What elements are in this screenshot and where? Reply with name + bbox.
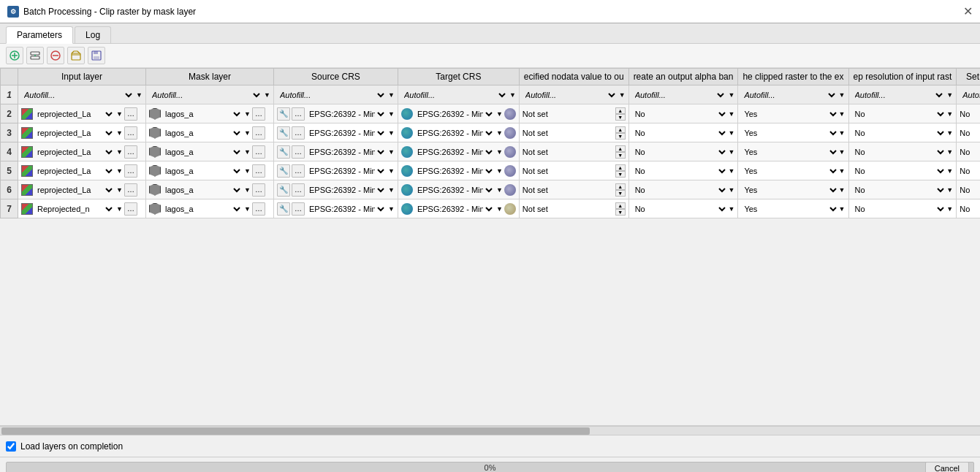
autofill-source-crs[interactable]: Autofill... ▼ <box>274 85 398 104</box>
target-crs-select-2[interactable]: EPSG:26392 - Min <box>414 109 495 119</box>
nodata-spin-down-2[interactable]: ▼ <box>615 114 626 121</box>
target-crs-cell-2[interactable]: EPSG:26392 - Min ▼ <box>398 104 519 123</box>
source-crs-browse-5[interactable]: … <box>292 164 305 178</box>
autofill-nodata[interactable]: Autofill... ▼ <box>519 85 628 104</box>
nodata-cell-5[interactable]: Not set ▲ ▼ <box>519 161 628 180</box>
tab-parameters[interactable]: Parameters <box>6 26 73 44</box>
output-cell-5[interactable]: No <box>957 161 980 180</box>
autofill-alpha-select[interactable]: Autofill... <box>632 90 727 100</box>
target-crs-select-4[interactable]: EPSG:26392 - Min <box>414 147 495 157</box>
autofill-input[interactable]: Autofill... ▼ <box>18 85 146 104</box>
source-crs-browse-6[interactable]: … <box>292 183 305 197</box>
alpha-select-6[interactable]: NoYes <box>632 185 729 195</box>
extent-select-7[interactable]: YesNo <box>741 204 838 214</box>
autofill-alpha[interactable]: Autofill... ▼ <box>628 85 738 104</box>
input-cell-6[interactable]: reprojected_La ▼ … <box>18 180 146 199</box>
resolution-select-7[interactable]: NoYes <box>852 204 947 214</box>
mask-browse-4[interactable]: … <box>252 145 265 159</box>
save-button[interactable] <box>88 47 105 64</box>
source-crs-browse-2[interactable]: … <box>292 107 305 121</box>
autofill-nodata-select[interactable]: Autofill... <box>523 90 618 100</box>
extent-select-6[interactable]: YesNo <box>741 185 838 195</box>
cancel-button[interactable]: Cancel <box>925 462 969 472</box>
source-crs-wrench-2[interactable]: 🔧 <box>277 107 290 121</box>
input-browse-2[interactable]: … <box>124 107 137 121</box>
autofill-resolution-select[interactable]: Autofill... <box>852 90 946 100</box>
open-button[interactable] <box>67 47 85 64</box>
source-crs-select-6[interactable]: EPSG:26392 - Min <box>306 185 387 195</box>
source-crs-wrench-6[interactable]: 🔧 <box>277 183 290 197</box>
nodata-spin-down-7[interactable]: ▼ <box>615 209 626 216</box>
source-crs-cell-2[interactable]: 🔧 … EPSG:26392 - Min ▼ <box>274 104 398 123</box>
extent-cell-5[interactable]: YesNo ▼ <box>738 161 848 180</box>
resolution-select-5[interactable]: NoYes <box>852 166 947 176</box>
mask-select-3[interactable]: lagos_a <box>162 128 243 138</box>
input-cell-3[interactable]: reprojected_La ▼ … <box>18 123 146 142</box>
remove-row-button[interactable] <box>47 47 64 64</box>
source-crs-wrench-7[interactable]: 🔧 <box>277 202 290 216</box>
input-select-5[interactable]: reprojected_La <box>34 166 115 176</box>
alpha-cell-6[interactable]: NoYes ▼ <box>628 180 738 199</box>
alpha-cell-2[interactable]: NoYes ▼ <box>628 104 738 123</box>
input-cell-7[interactable]: Reprojected_n ▼ … <box>18 199 146 218</box>
nodata-cell-4[interactable]: Not set ▲ ▼ <box>519 142 628 161</box>
output-cell-3[interactable]: No <box>957 123 980 142</box>
alpha-select-2[interactable]: NoYes <box>632 109 729 119</box>
source-crs-wrench-3[interactable]: 🔧 <box>277 126 290 140</box>
mask-browse-7[interactable]: … <box>252 202 265 216</box>
autofill-resolution[interactable]: Autofill... ▼ <box>848 85 957 104</box>
resolution-cell-4[interactable]: NoYes ▼ <box>848 142 957 161</box>
input-select-6[interactable]: reprojected_La <box>34 185 115 195</box>
input-browse-5[interactable]: … <box>124 164 137 178</box>
alpha-cell-3[interactable]: NoYes ▼ <box>628 123 738 142</box>
input-browse-4[interactable]: … <box>124 145 137 159</box>
target-crs-select-6[interactable]: EPSG:26392 - Min <box>414 185 495 195</box>
target-crs-cell-7[interactable]: EPSG:26392 - Min ▼ <box>398 199 519 218</box>
mask-cell-6[interactable]: lagos_a ▼ … <box>146 180 274 199</box>
mask-select-5[interactable]: lagos_a <box>162 166 243 176</box>
close-icon[interactable]: ✕ <box>963 4 973 18</box>
autofill-mask[interactable]: Autofill... ▼ <box>146 85 274 104</box>
nodata-spin-down-5[interactable]: ▼ <box>615 171 626 178</box>
autofill-target-crs-select[interactable]: Autofill... <box>401 90 508 100</box>
extent-select-2[interactable]: YesNo <box>741 109 838 119</box>
output-cell-6[interactable]: No <box>957 180 980 199</box>
input-select-4[interactable]: reprojected_La <box>34 147 115 157</box>
extent-cell-3[interactable]: YesNo ▼ <box>738 123 848 142</box>
input-select-3[interactable]: reprojected_La <box>34 128 115 138</box>
nodata-cell-2[interactable]: Not set ▲ ▼ <box>519 104 628 123</box>
add-row-button[interactable] <box>6 47 23 64</box>
mask-cell-3[interactable]: lagos_a ▼ … <box>146 123 274 142</box>
autofill-extent-select[interactable]: Autofill... <box>741 90 837 100</box>
mask-browse-6[interactable]: … <box>252 183 265 197</box>
alpha-cell-4[interactable]: NoYes ▼ <box>628 142 738 161</box>
extent-cell-2[interactable]: YesNo ▼ <box>738 104 848 123</box>
resolution-cell-5[interactable]: NoYes ▼ <box>848 161 957 180</box>
mask-select-6[interactable]: lagos_a <box>162 185 243 195</box>
mask-select-7[interactable]: lagos_a <box>162 204 243 214</box>
source-crs-browse-7[interactable]: … <box>292 202 305 216</box>
source-crs-select-2[interactable]: EPSG:26392 - Min <box>306 109 387 119</box>
input-select-2[interactable]: reprojected_La <box>34 109 115 119</box>
output-cell-4[interactable]: No <box>957 142 980 161</box>
resolution-select-4[interactable]: NoYes <box>852 147 947 157</box>
source-crs-cell-7[interactable]: 🔧 … EPSG:26392 - Min ▼ <box>274 199 398 218</box>
input-cell-4[interactable]: reprojected_La ▼ … <box>18 142 146 161</box>
nodata-spin-down-6[interactable]: ▼ <box>615 190 626 197</box>
nodata-spin-up-2[interactable]: ▲ <box>615 107 626 114</box>
autofill-output-select[interactable]: Autofill... <box>960 90 980 100</box>
resolution-cell-2[interactable]: NoYes ▼ <box>848 104 957 123</box>
source-crs-wrench-5[interactable]: 🔧 <box>277 164 290 178</box>
nodata-cell-3[interactable]: Not set ▲ ▼ <box>519 123 628 142</box>
nodata-spin-up-5[interactable]: ▲ <box>615 164 626 171</box>
autofill-source-crs-select[interactable]: Autofill... <box>277 90 387 100</box>
mask-cell-4[interactable]: lagos_a ▼ … <box>146 142 274 161</box>
source-crs-select-5[interactable]: EPSG:26392 - Min <box>306 166 387 176</box>
source-crs-browse-3[interactable]: … <box>292 126 305 140</box>
resolution-cell-6[interactable]: NoYes ▼ <box>848 180 957 199</box>
extent-select-4[interactable]: YesNo <box>741 147 838 157</box>
target-crs-select-7[interactable]: EPSG:26392 - Min <box>414 204 495 214</box>
nodata-spin-down-3[interactable]: ▼ <box>615 133 626 140</box>
source-crs-cell-6[interactable]: 🔧 … EPSG:26392 - Min ▼ <box>274 180 398 199</box>
resolution-select-6[interactable]: NoYes <box>852 185 947 195</box>
